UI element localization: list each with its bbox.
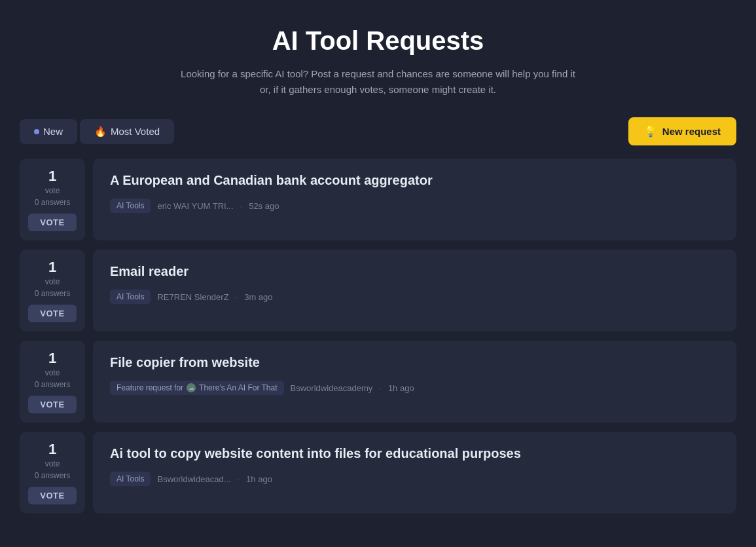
post-card[interactable]: Ai tool to copy website content into fil… [93, 432, 736, 514]
vote-answers: 0 answers [35, 380, 71, 389]
page-wrapper: AI Tool Requests Looking for a specific … [0, 0, 756, 547]
vote-count: 1 [48, 259, 56, 276]
tab-most-voted[interactable]: 🔥 Most Voted [80, 119, 174, 144]
post-card[interactable]: File copier from website Feature request… [93, 341, 736, 423]
meta-separator: · [236, 292, 238, 302]
vote-label: vote [45, 277, 60, 286]
vote-widget: 1 vote 0 answers VOTE [20, 432, 85, 514]
post-meta: AI Tools Bsworldwideacad... · 1h ago [110, 472, 719, 486]
posts-container: 1 vote 0 answers VOTE A European and Can… [20, 159, 736, 523]
tabs: New 🔥 Most Voted [20, 119, 174, 144]
post-tag: AI Tools [110, 198, 151, 213]
header: AI Tool Requests Looking for a specific … [13, 0, 743, 117]
vote-answers: 0 answers [35, 471, 71, 480]
post-time: 1h ago [246, 474, 272, 484]
post-author: Bsworldwideacademy [291, 383, 373, 393]
page-title: AI Tool Requests [26, 26, 730, 56]
vote-button[interactable]: VOTE [28, 396, 76, 413]
vote-widget: 1 vote 0 answers VOTE [20, 159, 85, 240]
post-title: Email reader [110, 264, 719, 279]
post-title: Ai tool to copy website content into fil… [110, 446, 719, 461]
vote-label: vote [45, 368, 60, 377]
new-request-button[interactable]: 💡 New request [628, 117, 736, 145]
vote-count: 1 [48, 441, 56, 458]
vote-button[interactable]: VOTE [28, 214, 76, 231]
vote-widget: 1 vote 0 answers VOTE [20, 250, 85, 331]
post-author: RE7REN SlenderZ [157, 292, 228, 302]
tab-new[interactable]: New [20, 119, 77, 144]
new-dot-icon [34, 129, 39, 134]
post-meta: AI Tools RE7REN SlenderZ · 3m ago [110, 290, 719, 304]
vote-count: 1 [48, 168, 56, 185]
tab-new-label: New [43, 126, 63, 137]
post-title: A European and Canadian bank account agg… [110, 173, 719, 188]
feature-tag: Feature request for ☁ There's An AI For … [110, 381, 284, 395]
post-row: 1 vote 0 answers VOTE A European and Can… [20, 159, 736, 250]
content-area: 1 vote 0 answers VOTE A European and Can… [13, 159, 743, 523]
bulb-icon: 💡 [644, 125, 657, 138]
post-card[interactable]: A European and Canadian bank account agg… [93, 159, 736, 240]
tab-most-voted-label: Most Voted [111, 126, 160, 137]
vote-button[interactable]: VOTE [28, 305, 76, 322]
vote-widget: 1 vote 0 answers VOTE [20, 341, 85, 423]
post-row: 1 vote 0 answers VOTE File copier from w… [20, 341, 736, 432]
post-tag: AI Tools [110, 472, 151, 486]
post-author: eric WAI YUM TRI... [157, 201, 233, 211]
new-request-label: New request [662, 126, 721, 137]
post-time: 52s ago [249, 201, 279, 211]
vote-button[interactable]: VOTE [28, 487, 76, 504]
post-meta: Feature request for ☁ There's An AI For … [110, 381, 719, 395]
service-icon: ☁ [187, 383, 196, 392]
meta-separator: · [379, 383, 382, 393]
post-row: 1 vote 0 answers VOTE Email reader AI To… [20, 250, 736, 341]
service-name: There's An AI For That [199, 383, 277, 392]
meta-separator: · [240, 201, 243, 211]
post-meta: AI Tools eric WAI YUM TRI... · 52s ago [110, 198, 719, 213]
post-card[interactable]: Email reader AI Tools RE7REN SlenderZ · … [93, 250, 736, 331]
post-row: 1 vote 0 answers VOTE Ai tool to copy we… [20, 432, 736, 523]
post-time: 3m ago [244, 292, 272, 302]
post-author: Bsworldwideacad... [157, 474, 230, 484]
post-tag: AI Tools [110, 290, 151, 304]
vote-label: vote [45, 186, 60, 195]
vote-answers: 0 answers [35, 289, 71, 298]
page-subtitle: Looking for a specific AI tool? Post a r… [175, 66, 581, 98]
toolbar: New 🔥 Most Voted 💡 New request [13, 117, 743, 145]
meta-separator: · [237, 474, 240, 484]
fire-icon: 🔥 [94, 126, 107, 138]
vote-answers: 0 answers [35, 198, 71, 207]
vote-count: 1 [48, 350, 56, 367]
vote-label: vote [45, 459, 60, 468]
post-title: File copier from website [110, 355, 719, 370]
post-time: 1h ago [388, 383, 414, 393]
